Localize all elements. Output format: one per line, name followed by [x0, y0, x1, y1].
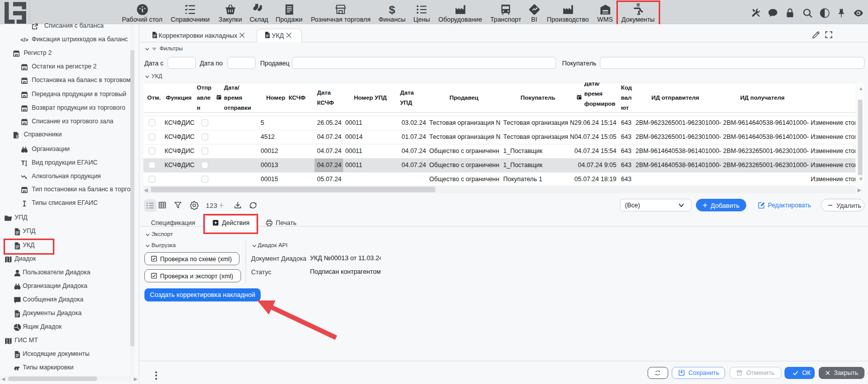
svg-text:T: T	[21, 160, 25, 167]
svg-text:$: $	[389, 3, 396, 16]
svg-text:</>: </>	[21, 37, 28, 43]
